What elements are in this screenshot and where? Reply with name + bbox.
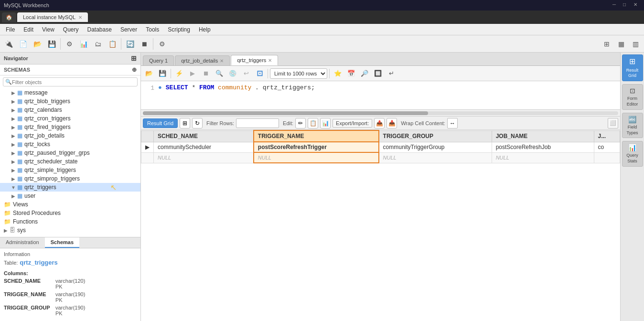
new-connection-btn[interactable]: 🔌 (2, 37, 15, 51)
result-grid-tab[interactable]: Result Grid (143, 118, 178, 128)
wrap-icon-btn[interactable]: ↔ (447, 118, 458, 128)
form-editor-panel-btn[interactable]: ⊡ FormEditor (622, 84, 643, 110)
filter-rows-input[interactable] (238, 119, 277, 125)
local-instance-tab[interactable]: Local instance MySQL ✕ (17, 12, 88, 22)
cell-null-1[interactable]: NULL (154, 152, 254, 163)
open-script-btn[interactable]: 📂 (31, 37, 44, 51)
menu-database[interactable]: Database (84, 25, 116, 34)
query-tab-1[interactable]: Query 1 (143, 55, 174, 65)
schema-btn[interactable]: 🗂 (91, 37, 105, 51)
h-scroll-area[interactable] (141, 110, 620, 117)
execute-current-btn[interactable]: ▶ (186, 67, 199, 80)
tree-item-message[interactable]: ▶ ▦ message (0, 88, 140, 97)
tree-item-views[interactable]: 📁 Views (0, 200, 140, 209)
word-wrap-btn[interactable]: ↵ (385, 67, 397, 80)
col-header-sched-name[interactable]: SCHED_NAME (154, 130, 254, 142)
save-btn[interactable]: 💾 (45, 37, 58, 51)
tree-item-functions[interactable]: 📁 Functions (0, 217, 140, 226)
tree-item-user[interactable]: ▶ ▦ user (0, 192, 140, 200)
filter-input-wrap[interactable] (236, 118, 279, 128)
query-tab-triggers-close[interactable]: ✕ (268, 58, 272, 63)
tree-item-stored-proc[interactable]: 📁 Stored Procedures (0, 209, 140, 217)
schemas-icon[interactable]: ⊕ (132, 66, 137, 73)
menu-file[interactable]: File (2, 25, 19, 34)
tree-item-qrtz-simprop[interactable]: ▶ ▦ qrtz_simprop_triggers (0, 174, 140, 183)
col-header-job-extra[interactable]: J... (594, 130, 620, 142)
col-header-trigger-group[interactable]: TRIGGER_GROUP (379, 130, 492, 142)
result-icon-btn-2[interactable]: ↻ (192, 118, 203, 128)
toggle-results-btn[interactable]: ⊡ (253, 67, 266, 80)
tree-item-qrtz-cron[interactable]: ▶ ▦ qrtz_cron_triggers (0, 114, 140, 123)
magnify-btn[interactable]: 🔎 (358, 67, 371, 80)
schemas-tab[interactable]: Schemas (45, 237, 79, 248)
rollback-btn[interactable]: ↩ (240, 67, 252, 80)
col-header-job-name[interactable]: JOB_NAME (492, 130, 594, 142)
edit-icon-btn[interactable]: ✏ (295, 118, 306, 128)
tree-item-qrtz-sched[interactable]: ▶ ▦ qrtz_scheduler_state (0, 157, 140, 166)
tree-item-qrtz-locks[interactable]: ▶ ▦ qrtz_locks (0, 140, 140, 149)
close-btn[interactable]: ✕ (633, 2, 640, 9)
menu-help[interactable]: Help (195, 25, 215, 34)
home-icon-tab[interactable]: 🏠 (2, 12, 16, 22)
run-btn[interactable]: ⚙ (63, 37, 76, 51)
menu-tools[interactable]: Tools (142, 25, 163, 34)
export-icon-btn[interactable]: 📤 (374, 118, 385, 128)
sql-editor[interactable]: 1 ● SELECT * FROM community . qrtz_trigg… (141, 81, 620, 110)
h-scroll-thumb[interactable] (143, 111, 428, 115)
stop-query-btn[interactable]: ⏹ (200, 67, 212, 80)
calendar-btn[interactable]: 📅 (345, 67, 357, 80)
col-header-row[interactable] (141, 130, 154, 142)
expand-grid-btn[interactable]: ⬜ (608, 118, 618, 128)
administration-tab[interactable]: Administration (0, 237, 45, 248)
stop-btn[interactable]: ⏹ (138, 37, 151, 51)
query-tab-job-close[interactable]: ✕ (220, 58, 224, 64)
save-query-btn[interactable]: 💾 (156, 67, 169, 80)
tree-item-qrtz-job[interactable]: ▶ ▦ qrtz_job_details (0, 131, 140, 140)
menu-server[interactable]: Server (117, 25, 141, 34)
tree-item-qrtz-simple[interactable]: ▶ ▦ qrtz_simple_triggers (0, 166, 140, 174)
tree-item-qrtz-cal[interactable]: ▶ ▦ qrtz_calendars (0, 106, 140, 114)
open-file-btn[interactable]: 📂 (143, 67, 155, 80)
result-icon-btn-1[interactable]: ⊞ (180, 118, 190, 128)
new-query-btn[interactable]: 📄 (16, 37, 30, 51)
maximize-btn[interactable]: □ (623, 2, 630, 9)
menu-query[interactable]: Query (59, 25, 83, 34)
cell-null-5[interactable] (594, 152, 620, 163)
minimize-btn[interactable]: ─ (612, 2, 619, 9)
cell-null-2[interactable]: NULL (254, 152, 379, 163)
explain-btn[interactable]: 📊 (77, 37, 90, 51)
table-row-null[interactable]: NULL NULL NULL NULL (141, 152, 620, 163)
tree-item-qrtz-blob[interactable]: ▶ ▦ qrtz_blob_triggers (0, 97, 140, 106)
tree-item-qrtz-triggers[interactable]: ▼ ▦ qrtz_triggers ↖ (0, 183, 140, 192)
cell-trigger-name[interactable]: postScoreRefreshTrigger (254, 142, 379, 152)
data-grid[interactable]: SCHED_NAME TRIGGER_NAME TRIGGER_GROUP JO… (141, 130, 620, 321)
query-tab-triggers[interactable]: qrtz_triggers ✕ (231, 55, 278, 65)
table-btn[interactable]: 📋 (106, 37, 119, 51)
result-grid-panel-btn[interactable]: ⊞ ResultGrid (622, 54, 643, 81)
navigator-icon[interactable]: ⊞ (131, 54, 137, 62)
star-btn[interactable]: ⭐ (332, 67, 344, 80)
cell-null-3[interactable]: NULL (379, 152, 492, 163)
tree-item-qrtz-fired[interactable]: ▶ ▦ qrtz_fired_triggers (0, 123, 140, 131)
menu-edit[interactable]: Edit (20, 25, 37, 34)
edit-icon-btn-3[interactable]: 📊 (320, 118, 331, 128)
commit-btn[interactable]: 💿 (226, 67, 239, 80)
cell-null-4[interactable]: NULL (492, 152, 594, 163)
instance-tab-close[interactable]: ✕ (78, 15, 82, 20)
filter-input[interactable] (12, 79, 135, 85)
format-btn[interactable]: 🔲 (372, 67, 384, 80)
cell-trigger-group[interactable]: communityTriggerGroup (379, 142, 492, 152)
import-icon-btn[interactable]: 📥 (386, 118, 397, 128)
refresh-btn[interactable]: 🔄 (123, 37, 137, 51)
field-types-panel-btn[interactable]: 🔤 FieldTypes (622, 113, 643, 139)
cell-job-extra[interactable]: co (594, 142, 620, 152)
query-stats-panel-btn[interactable]: 📊 QueryStats (622, 141, 643, 167)
explain-plan-btn[interactable]: 🔍 (213, 67, 225, 80)
col-header-trigger-name[interactable]: TRIGGER_NAME (254, 130, 379, 142)
layout2-btn[interactable]: ▦ (614, 37, 628, 51)
layout-btn[interactable]: ⊞ (600, 37, 613, 51)
layout3-btn[interactable]: ▥ (629, 37, 642, 51)
query-tab-job-details[interactable]: qrtz_job_details ✕ (175, 55, 230, 65)
menu-scripting[interactable]: Scripting (164, 25, 194, 34)
cell-job-name[interactable]: postScoreRefreshJob (492, 142, 594, 152)
